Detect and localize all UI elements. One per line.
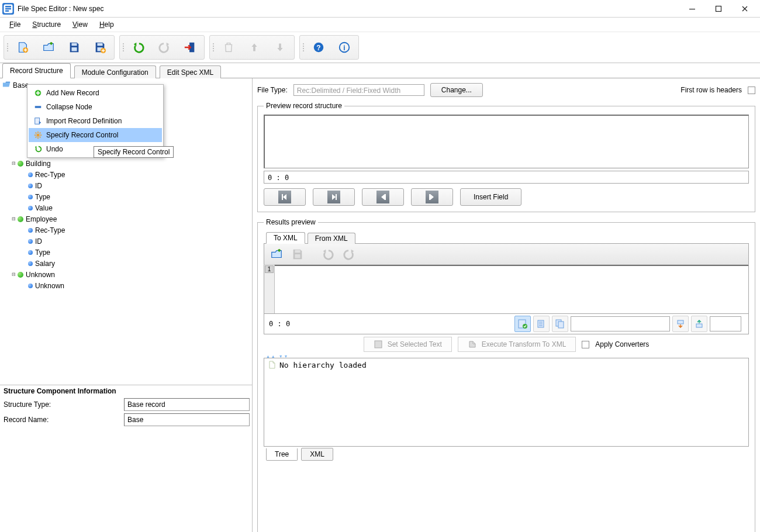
structure-type-label: Structure Type:: [2, 400, 124, 409]
svg-text:?: ?: [316, 44, 320, 52]
right-pane: File Type: Rec:Delimited / Field:Fixed W…: [253, 78, 760, 532]
menu-collapse-node[interactable]: Collapse Node: [29, 100, 162, 114]
hierarchy-area: No hierarchy loaded: [264, 358, 749, 447]
tree-node-field[interactable]: Salary: [2, 258, 250, 269]
tree-node-building[interactable]: ⊟ Building: [2, 158, 250, 169]
tab-tree[interactable]: Tree: [266, 448, 298, 461]
menu-structure[interactable]: Structure: [26, 19, 67, 30]
tab-xml[interactable]: XML: [301, 448, 333, 461]
find-down-button[interactable]: [672, 316, 689, 332]
menu-view[interactable]: View: [67, 19, 94, 30]
preview-panel: Preview record structure 0 : 0 Insert Fi…: [257, 102, 755, 212]
copy-all-button[interactable]: [552, 316, 568, 332]
nav-prev-button[interactable]: [362, 188, 404, 206]
tab-from-xml[interactable]: From XML: [308, 233, 355, 244]
insert-field-button[interactable]: Insert Field: [460, 188, 521, 206]
svg-rect-28: [558, 322, 564, 328]
change-button[interactable]: Change...: [430, 83, 483, 97]
new-file-button[interactable]: [11, 37, 35, 57]
find-up-button[interactable]: [691, 316, 707, 332]
nav-next-button[interactable]: [313, 188, 355, 206]
gear-icon: [33, 130, 43, 140]
exit-button[interactable]: [178, 37, 202, 57]
file-type-field[interactable]: Rec:Delimited / Field:Fixed Width: [293, 84, 424, 96]
svg-rect-2: [716, 6, 721, 11]
svg-rect-22: [295, 250, 300, 253]
field-icon: [28, 228, 33, 233]
collapse-icon[interactable]: ⊟: [11, 161, 16, 167]
tab-module-config[interactable]: Module Configuration: [74, 65, 156, 78]
field-icon: [28, 284, 33, 288]
tree-node-field[interactable]: ID: [2, 236, 250, 247]
left-pane: Base ⊟ Building Rec-Type ID Type Value ⊟…: [0, 78, 253, 532]
tree-node-field[interactable]: Rec-Type: [2, 224, 250, 236]
field-icon: [28, 250, 33, 255]
preview-textarea[interactable]: [264, 115, 749, 168]
collapse-icon[interactable]: ⊟: [11, 272, 16, 278]
menu-help[interactable]: Help: [94, 19, 120, 30]
tab-to-xml[interactable]: To XML: [266, 232, 305, 244]
preview-legend: Preview record structure: [264, 102, 344, 110]
tree-node-field[interactable]: Type: [2, 247, 250, 258]
count-input[interactable]: [710, 316, 741, 331]
tree-node-field[interactable]: Value: [2, 202, 250, 213]
menu-specify-record-control[interactable]: Specify Record Control: [29, 128, 162, 142]
record-icon: [18, 161, 23, 167]
results-tab-strip: To XML From XML: [264, 231, 749, 244]
validate-button[interactable]: [514, 316, 531, 332]
field-icon: [28, 172, 33, 177]
save-button[interactable]: [62, 37, 87, 57]
record-icon: [18, 216, 23, 222]
menu-import-record[interactable]: Import Record Definition: [29, 114, 162, 128]
menu-add-record[interactable]: Add New Record: [29, 86, 162, 100]
svg-text:i: i: [343, 44, 345, 52]
collapse-node-icon: [33, 102, 43, 112]
field-icon: [28, 206, 33, 210]
add-icon: [33, 88, 43, 98]
tree-node-field[interactable]: ID: [2, 180, 250, 191]
close-button[interactable]: [731, 1, 758, 17]
maximize-button[interactable]: [705, 1, 731, 17]
nav-last-button[interactable]: [411, 188, 453, 206]
nav-first-button[interactable]: [264, 188, 306, 206]
record-name-field[interactable]: Base: [124, 413, 250, 426]
structure-type-field[interactable]: Base record: [124, 398, 250, 411]
record-name-label: Record Name:: [2, 416, 124, 424]
minimize-button[interactable]: [679, 1, 705, 17]
tree-node-field[interactable]: Rec-Type: [2, 169, 250, 180]
help-button[interactable]: ?: [306, 37, 331, 57]
tree-node-field[interactable]: Unknown: [2, 280, 250, 291]
field-icon: [28, 184, 33, 188]
copy-button[interactable]: [533, 316, 550, 332]
info-button[interactable]: i: [332, 37, 357, 57]
editor-body[interactable]: [275, 265, 748, 313]
record-icon: [18, 272, 23, 278]
tree-node-employee[interactable]: ⊟ Employee: [2, 213, 250, 224]
menubar: File Structure View Help: [0, 18, 760, 32]
tab-edit-spec-xml[interactable]: Edit Spec XML: [160, 65, 221, 78]
svg-rect-5: [71, 47, 77, 51]
window-controls: [679, 1, 758, 17]
match-input[interactable]: [571, 316, 670, 331]
svg-rect-18: [282, 194, 283, 200]
svg-rect-16: [35, 118, 40, 125]
tab-record-structure[interactable]: Record Structure: [2, 63, 71, 78]
undo-button[interactable]: [126, 37, 151, 57]
record-tree[interactable]: Base ⊟ Building Rec-Type ID Type Value ⊟…: [0, 78, 252, 385]
editor-area[interactable]: 1: [264, 265, 749, 314]
menu-file[interactable]: File: [4, 19, 26, 30]
open-file-button[interactable]: [36, 37, 61, 57]
svg-rect-4: [71, 43, 77, 46]
results-position: 0 : 0: [267, 320, 512, 328]
open-folder-button[interactable]: [268, 246, 285, 262]
undo-icon: [33, 144, 43, 154]
apply-converters-checkbox[interactable]: [582, 341, 589, 348]
collapse-icon[interactable]: ⊟: [11, 216, 16, 222]
import-icon: [33, 116, 43, 126]
first-row-checkbox[interactable]: [748, 87, 755, 94]
tree-node-field[interactable]: Type: [2, 191, 250, 202]
save-as-button[interactable]: [88, 37, 112, 57]
first-row-label: First row is headers: [680, 86, 742, 94]
tree-node-unknown[interactable]: ⊟ Unknown: [2, 269, 250, 280]
results-undo-button: [319, 246, 337, 262]
